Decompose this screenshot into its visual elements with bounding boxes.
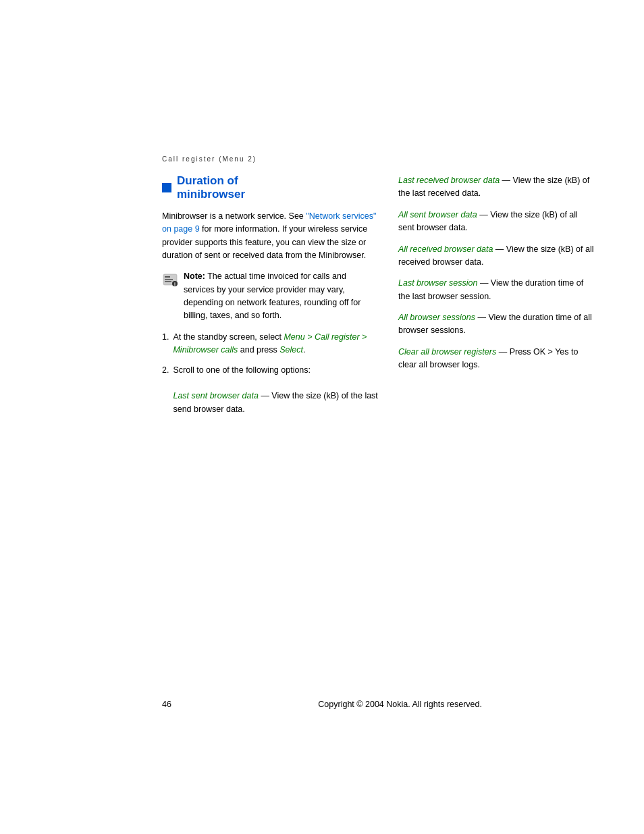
right-link-1: All sent browser data: [398, 210, 477, 219]
note-box: i Note: The actual time invoiced for cal…: [162, 270, 378, 323]
note-label: Note:: [184, 271, 205, 281]
right-link-2: All received browser data: [398, 244, 493, 254]
right-entry-5: Clear all browser registers — Press OK >…: [398, 346, 594, 372]
page-number: 46: [162, 700, 171, 709]
content-area: Duration of minibrowser Minibrowser is a…: [162, 174, 621, 423]
right-entry-4: All browser sessions — View the duration…: [398, 311, 594, 338]
left-column: Duration of minibrowser Minibrowser is a…: [162, 174, 378, 423]
right-entry-text-0: Last received browser data — View the si…: [398, 174, 594, 201]
section-icon: [162, 183, 171, 192]
right-entry-text-1: All sent browser data — View the size (k…: [398, 209, 594, 235]
section-title: Duration of minibrowser: [162, 174, 378, 202]
page-header-label: Call register (Menu 2): [162, 155, 257, 163]
section-title-text: Duration of minibrowser: [177, 174, 245, 202]
right-entry-text-3: Last browser session — View the duration…: [398, 277, 594, 303]
right-link-3: Last browser session: [398, 278, 477, 288]
right-entry-text-2: All received browser data — View the siz…: [398, 243, 594, 269]
right-entry-0: Last received browser data — View the si…: [398, 174, 594, 201]
list-content-1: At the standby screen, select Menu > Cal…: [173, 331, 378, 357]
svg-text:i: i: [174, 282, 176, 286]
numbered-list: 1. At the standby screen, select Menu > …: [162, 331, 378, 416]
last-sent-link: Last sent browser data: [173, 391, 258, 400]
right-column: Last received browser data — View the si…: [398, 174, 594, 423]
page-container: Call register (Menu 2) Duration of minib…: [0, 0, 644, 834]
svg-rect-2: [165, 279, 173, 280]
note-icon: i: [162, 271, 178, 288]
right-link-5: Clear all browser registers: [398, 347, 496, 357]
right-link-4: All browser sessions: [398, 313, 475, 322]
select-link[interactable]: Select: [279, 345, 303, 355]
right-entry-3: Last browser session — View the duration…: [398, 277, 594, 303]
page-footer: 46 Copyright © 2004 Nokia. All rights re…: [0, 700, 644, 709]
list-item-2: 2. Scroll to one of the following option…: [162, 364, 378, 417]
svg-rect-1: [165, 276, 170, 278]
list-number-2: 2.: [162, 364, 169, 417]
intro-paragraph: Minibrowser is a network service. See "N…: [162, 210, 378, 263]
right-entry-1: All sent browser data — View the size (k…: [398, 209, 594, 235]
right-entry-2: All received browser data — View the siz…: [398, 243, 594, 269]
list-content-2: Scroll to one of the following options: …: [173, 364, 378, 417]
right-entry-text-4: All browser sessions — View the duration…: [398, 311, 594, 338]
list-number-1: 1.: [162, 331, 169, 357]
list-item-1: 1. At the standby screen, select Menu > …: [162, 331, 378, 357]
right-entry-text-5: Clear all browser registers — Press OK >…: [398, 346, 594, 372]
svg-rect-3: [165, 281, 171, 282]
note-text: Note: The actual time invoiced for calls…: [184, 270, 378, 323]
right-link-0: Last received browser data: [398, 176, 500, 185]
footer-copyright: Copyright © 2004 Nokia. All rights reser…: [318, 700, 482, 709]
